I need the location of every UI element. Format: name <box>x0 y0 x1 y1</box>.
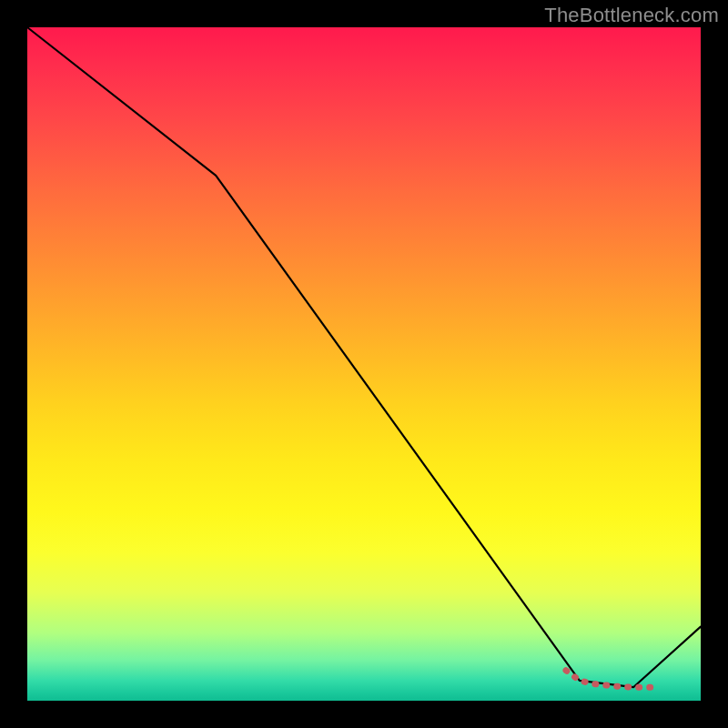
chart-overlay <box>27 27 701 701</box>
plot-area <box>27 27 701 701</box>
bottleneck-line <box>27 27 701 687</box>
watermark-text: TheBottleneck.com <box>544 4 719 27</box>
chart-stage: TheBottleneck.com <box>0 0 728 728</box>
